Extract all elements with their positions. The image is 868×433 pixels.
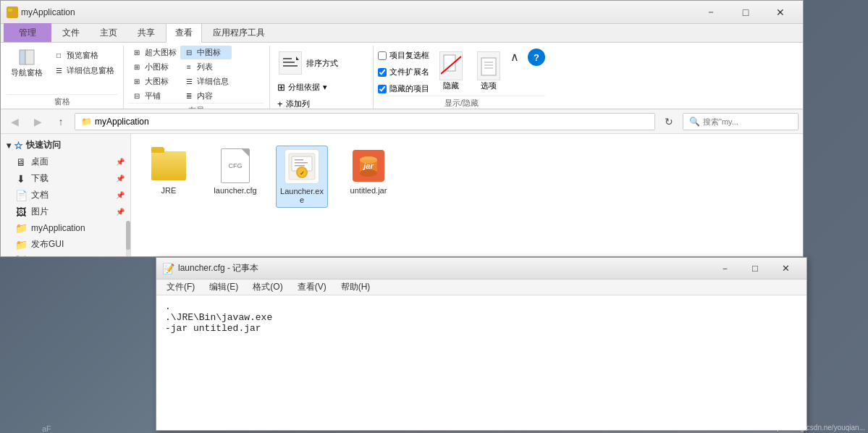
preview-pane-button[interactable]: □ 预览窗格 [50, 49, 117, 62]
showhide-label: 显示/隐藏 [378, 96, 545, 109]
ribbon-collapse-button[interactable]: ∧ [510, 50, 519, 64]
list-btn[interactable]: ≡ 列表 [180, 60, 232, 74]
folder-icon-small: 📁 [81, 117, 92, 127]
address-path[interactable]: 📁 myApplication [75, 113, 655, 130]
nav-pane-button[interactable]: 导航窗格 [7, 46, 47, 81]
sidebar-item-desktop[interactable]: 🖥 桌面 📌 [1, 154, 130, 170]
file-item-untitled-jar[interactable]: jar untitled.jar [342, 146, 395, 198]
sidebar-item-pictures[interactable]: 🖼 图片 📌 [1, 203, 130, 220]
tab-apptools[interactable]: 应用程序工具 [203, 23, 274, 42]
window-controls: － □ ✕ [694, 1, 797, 23]
add-col-button[interactable]: + 添加列 [274, 97, 313, 109]
tiles-btn[interactable]: ⊟ 平铺 [128, 89, 180, 103]
large-icon-btn[interactable]: ⊞ 大图标 [128, 75, 180, 88]
file-item-launcher-exe[interactable]: ✓ Launcher.exe [276, 146, 328, 208]
notepad-menu-format[interactable]: 格式(O) [245, 279, 290, 295]
sidebar-scrollbar-thumb[interactable] [126, 221, 130, 250]
svg-rect-18 [295, 159, 303, 161]
close-button[interactable]: ✕ [764, 1, 797, 23]
notepad-menu-help[interactable]: 帮助(H) [334, 279, 378, 295]
file-ext-option[interactable]: 文件扩展名 [378, 65, 429, 79]
addcol-icon: + [277, 98, 283, 109]
small-icon-btn[interactable]: ⊞ 小图标 [128, 60, 180, 74]
forward-button[interactable]: ▶ [28, 112, 47, 131]
sidebar-item-documents[interactable]: 📄 文档 📌 [1, 187, 130, 203]
tab-share[interactable]: 共享 [128, 23, 164, 42]
notepad-minimize[interactable]: － [709, 258, 740, 279]
explorer-window: myApplication － □ ✕ 管理 文件 主页 共享 查看 应用程序工… [0, 0, 804, 257]
tab-view[interactable]: 查看 [166, 23, 202, 43]
group-icon: ⊞ [277, 82, 285, 93]
tab-home[interactable]: 主页 [90, 23, 127, 42]
cfg-file-icon: CFG [218, 148, 253, 183]
notepad-close[interactable]: ✕ [770, 258, 801, 279]
cfg-label: launcher.cfg [214, 186, 256, 195]
search-box[interactable]: 🔍 [683, 113, 799, 130]
sidebar-item-fabugui[interactable]: 📁 发布GUI [1, 236, 130, 253]
launcher-exe-label: Launcher.exe [279, 187, 324, 204]
svg-point-23 [360, 169, 377, 177]
ribbon-group-currentview: 排序方式 ⊞ 分组依据 ▾ + 添加列 将所有列调整为合适的大小 [271, 46, 374, 109]
quick-access-header[interactable]: ▾ ☆ 快速访问 [1, 137, 130, 154]
details-btn[interactable]: ☰ 详细信息 [180, 75, 232, 88]
notepad-menu-edit[interactable]: 编辑(E) [202, 279, 245, 295]
address-bar: ◀ ▶ ↑ 📁 myApplication ↻ 🔍 [1, 109, 803, 134]
notepad-icon: 📝 [162, 263, 174, 274]
hide-icon [439, 51, 463, 80]
title-bar: myApplication － □ ✕ [1, 1, 803, 24]
search-icon: 🔍 [689, 117, 700, 127]
small-icon: ⊞ [131, 63, 143, 72]
svg-text:✓: ✓ [300, 170, 305, 177]
hidden-items-option[interactable]: 隐藏的项目 [378, 82, 429, 96]
sidebar: ▾ ☆ 快速访问 🖥 桌面 📌 ⬇ 下载 📌 [1, 134, 131, 256]
svg-rect-9 [481, 58, 496, 75]
notepad-content[interactable]: . .\JRE\Bin\javaw.exe -jar untitled.jar [156, 295, 806, 430]
notepad-menu-view[interactable]: 查看(V) [290, 279, 334, 295]
back-button[interactable]: ◀ [5, 112, 24, 131]
sidebar-item-myapplication[interactable]: 📁 myApplication [1, 220, 130, 236]
help-button[interactable]: ? [528, 49, 545, 66]
notepad-window: 📝 launcher.cfg - 记事本 － □ ✕ 文件(F) 编辑(E) 格… [156, 257, 807, 431]
options-button[interactable]: 选项 [473, 49, 505, 94]
hidden-items-checkbox[interactable] [378, 85, 387, 93]
group-by-button[interactable]: ⊞ 分组依据 ▾ [274, 80, 330, 94]
right-panel [804, 0, 868, 433]
nav-pane-icon [18, 49, 35, 66]
maximize-button[interactable]: □ [729, 1, 762, 23]
sidebar-item-filedownload[interactable]: 💾 文件下载 (E:) [1, 253, 130, 256]
filedownload-icon: 💾 [15, 256, 27, 257]
jre-folder-icon [151, 148, 186, 183]
details-icon: ☰ [53, 67, 64, 75]
search-input[interactable] [703, 117, 792, 126]
file-item-jre[interactable]: JRE [143, 146, 195, 198]
minimize-button[interactable]: － [694, 1, 728, 23]
details-pane-button[interactable]: ☰ 详细信息窗格 [50, 64, 117, 77]
pin-icon-dl: 📌 [116, 175, 125, 182]
content-btn[interactable]: ≣ 内容 [180, 89, 232, 103]
tab-manage[interactable]: 管理 [4, 23, 51, 42]
file-item-launcher-cfg[interactable]: CFG launcher.cfg [209, 146, 261, 198]
notepad-maximize[interactable]: □ [740, 258, 770, 279]
item-check-option[interactable]: 项目复选框 [378, 49, 429, 62]
fabugui-icon: 📁 [15, 239, 27, 251]
sidebar-item-downloads[interactable]: ⬇ 下载 📌 [1, 170, 130, 187]
showhide-content: 项目复选框 文件扩展名 隐藏的项目 [378, 46, 545, 96]
path-text: myApplication [95, 117, 149, 127]
quick-access-label: 快速访问 [26, 139, 61, 151]
jar-icon-img: jar [353, 150, 384, 182]
ribbon-group-layout: ⊞ 超大图标 ⊟ 中图标 ⊞ 小图标 ≡ 列表 [125, 46, 270, 109]
notepad-menu-file[interactable]: 文件(F) [159, 279, 202, 295]
ribbon-group-pane: 导航窗格 □ 预览窗格 ☰ 详细信息窗格 窗格 [4, 46, 124, 109]
notepad-controls: － □ ✕ [709, 258, 801, 279]
file-ext-checkbox[interactable] [378, 68, 387, 77]
svg-rect-20 [295, 165, 305, 167]
item-check-checkbox[interactable] [378, 51, 387, 60]
notepad-title: launcher.cfg - 记事本 [178, 262, 709, 274]
sort-by-button[interactable]: 排序方式 [274, 49, 342, 77]
extra-large-icon-btn[interactable]: ⊞ 超大图标 [128, 46, 180, 59]
up-button[interactable]: ↑ [51, 112, 70, 131]
medium-icon-btn[interactable]: ⊟ 中图标 [180, 46, 232, 59]
refresh-button[interactable]: ↻ [660, 112, 678, 131]
hide-button[interactable]: 隐藏 [435, 49, 467, 94]
tab-file[interactable]: 文件 [53, 23, 89, 42]
